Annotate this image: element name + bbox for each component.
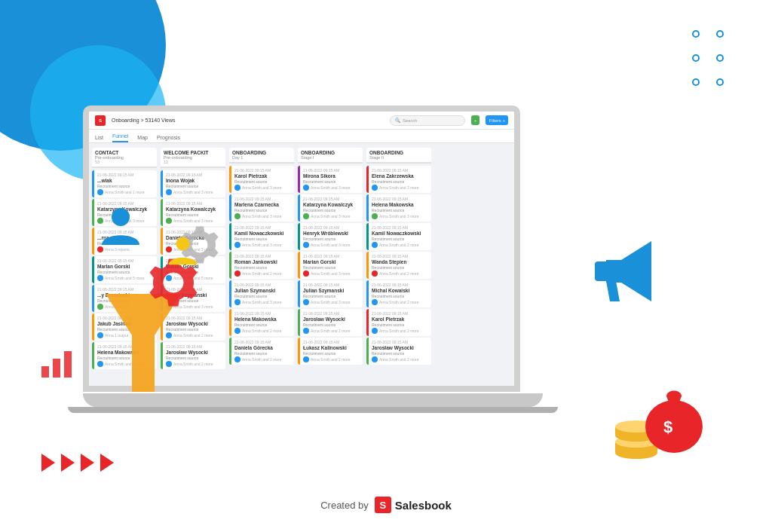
dot-3 <box>692 54 700 62</box>
dot-5 <box>692 78 700 86</box>
funnel-col-onboarding-day1: ONBOARDING Day 1 21-06-2022 09:15 AM Kar… <box>229 148 294 381</box>
svg-point-0 <box>112 208 130 226</box>
dot-grid <box>692 30 727 89</box>
footer: Created by S Salesbook <box>0 497 772 513</box>
funnel-col-onboarding-stage2-subtitle: Stage II <box>369 155 428 160</box>
svg-rect-3 <box>595 261 610 281</box>
funnel-col-onboarding-stage1-header: ONBOARDING Stage I <box>298 148 363 164</box>
table-row[interactable]: 21-06-2022 09:15 AM Julian Szymanski Rec… <box>298 280 363 307</box>
dot-1 <box>692 30 700 38</box>
megaphone-icon <box>584 226 674 316</box>
table-row[interactable]: 21-06-2022 09:15 AM Elena Zakrzewska Rec… <box>366 166 431 193</box>
table-row[interactable]: 21-06-2022 09:15 AM ...wiak Recruitment … <box>92 170 157 197</box>
tab-map[interactable]: Map <box>137 133 148 142</box>
svg-rect-13 <box>53 359 60 378</box>
salesbook-brand: S Salesbook <box>375 497 452 513</box>
tab-funnel[interactable]: Funnel <box>112 131 128 142</box>
created-by-text: Created by <box>320 500 369 511</box>
table-row[interactable]: 21-06-2022 09:15 AM Kamil Nowaczkowski R… <box>229 223 294 250</box>
funnel-col-welcome-count: 12 <box>164 160 222 164</box>
filters-button[interactable]: Filters + <box>486 115 508 125</box>
svg-rect-12 <box>41 366 49 378</box>
table-row[interactable]: 21-06-2022 09:15 AM Marlena Czarnecka Re… <box>229 194 294 222</box>
table-row[interactable]: 21-06-2022 09:15 AM Michal Kowalski Recr… <box>366 280 431 307</box>
funnel-col-onboarding-stage2-cards: 21-06-2022 09:15 AM Elena Zakrzewska Rec… <box>366 166 431 365</box>
dot-6 <box>716 78 724 86</box>
table-row[interactable]: 21-06-2022 09:15 AM Julian Szymanski Rec… <box>229 280 294 307</box>
funnel-col-onboarding-day1-title: ONBOARDING <box>232 150 291 155</box>
tab-prognosis[interactable]: Prognosis <box>157 133 180 142</box>
search-icon: 🔍 <box>395 118 400 123</box>
salesbook-brand-name: Salesbook <box>395 499 452 512</box>
funnel-col-onboarding-stage2: ONBOARDING Stage II 21-06-2022 09:15 AM … <box>366 148 431 381</box>
funnel-col-contact-header: CONTACT Pre-onboarding 53 <box>92 148 157 168</box>
play-arrow-3 <box>81 454 94 472</box>
table-row[interactable]: 21-06-2022 09:15 AM Inona Wojak Recruitm… <box>161 170 225 197</box>
laptop-base-shadow <box>68 407 558 413</box>
table-row[interactable]: 21-06-2022 09:15 AM Jarosław Wysocki Rec… <box>366 338 431 365</box>
add-button[interactable]: + <box>471 115 480 125</box>
money-bag-icon: $ <box>629 374 712 457</box>
funnel-col-onboarding-stage2-header: ONBOARDING Stage II <box>366 148 431 164</box>
svg-text:$: $ <box>663 417 672 436</box>
table-row[interactable]: 21-06-2022 09:15 AM Helena Makowska Recr… <box>366 194 431 222</box>
table-row[interactable]: 21-06-2022 09:15 AM Roman Jankowski Recr… <box>229 252 294 279</box>
play-arrow-2 <box>61 454 75 472</box>
crm-logo-icon: S <box>95 115 106 126</box>
crm-tabs: List Funnel Map Prognosis <box>89 130 514 143</box>
funnel-col-onboarding-stage1-cards: 21-06-2022 09:15 AM Mirona Sikora Recrui… <box>298 166 363 365</box>
dot-2 <box>716 30 724 38</box>
svg-point-4 <box>645 400 703 453</box>
person-blue-icon <box>98 203 143 249</box>
table-row[interactable]: 21-06-2022 09:15 AM Daniela Górecka Recr… <box>229 338 294 365</box>
table-row[interactable]: 21-06-2022 09:15 AM Marian Gorski Recrui… <box>298 252 363 279</box>
search-placeholder: Search <box>403 118 417 123</box>
table-row[interactable]: 21-06-2022 09:15 AM Mirona Sikora Recrui… <box>298 166 363 193</box>
table-row[interactable]: 21-06-2022 09:15 AM Karol Pietrzak Recru… <box>366 309 431 336</box>
table-row[interactable]: 21-06-2022 09:15 AM Karol Pietrzak Recru… <box>229 166 294 193</box>
person-yellow-icon <box>166 234 200 268</box>
funnel-col-contact-title: CONTACT <box>95 150 154 155</box>
table-row[interactable]: 21-06-2022 09:15 AM Jarosław Wysocki Rec… <box>298 309 363 336</box>
dot-4 <box>716 54 724 62</box>
play-arrow-4 <box>100 454 114 472</box>
table-row[interactable]: 21-06-2022 09:15 AM Helena Makowska Recr… <box>229 309 294 336</box>
play-arrows <box>41 454 114 472</box>
table-row[interactable]: 21-06-2022 09:15 AM Kamil Nowaczkowski R… <box>366 223 431 250</box>
crm-header: S Onboarding > 53140 Views 🔍 Search + Fi… <box>89 112 514 130</box>
funnel-col-onboarding-day1-subtitle: Day 1 <box>232 155 291 160</box>
table-row[interactable]: 21-06-2022 09:15 AM Łukasz Kalinowski Re… <box>298 338 363 365</box>
funnel-col-contact-count: 53 <box>95 160 154 164</box>
funnel-col-onboarding-stage1-subtitle: Stage I <box>301 155 360 160</box>
crm-search[interactable]: 🔍 Search <box>390 115 465 126</box>
bar-chart-icon <box>38 344 75 381</box>
salesbook-logo-icon: S <box>375 497 391 513</box>
funnel-col-onboarding-day1-cards: 21-06-2022 09:15 AM Karol Pietrzak Recru… <box>229 166 294 365</box>
play-arrow-1 <box>41 454 55 472</box>
funnel-col-onboarding-stage1: ONBOARDING Stage I 21-06-2022 09:15 AM M… <box>298 148 363 381</box>
svg-point-1 <box>176 237 190 251</box>
funnel-col-welcome-header: WELCOME PACKIT Pre-onboarding 12 <box>161 148 225 168</box>
funnel-col-onboarding-stage2-title: ONBOARDING <box>369 150 428 155</box>
tab-list[interactable]: List <box>95 133 103 142</box>
table-row[interactable]: 21-06-2022 09:15 AM Wanda Stepien Recrui… <box>366 252 431 279</box>
funnel-col-welcome-title: WELCOME PACKIT <box>164 150 222 155</box>
crm-breadcrumb: Onboarding > 53140 Views <box>112 118 384 123</box>
svg-rect-14 <box>64 351 72 378</box>
funnel-col-onboarding-day1-header: ONBOARDING Day 1 <box>229 148 294 164</box>
table-row[interactable]: 21-06-2022 09:15 AM Katarzyna Kowalczyk … <box>298 194 363 222</box>
table-row[interactable]: 21-06-2022 09:15 AM Henryk Wróblewski Re… <box>298 223 363 250</box>
funnel-col-onboarding-stage1-title: ONBOARDING <box>301 150 360 155</box>
